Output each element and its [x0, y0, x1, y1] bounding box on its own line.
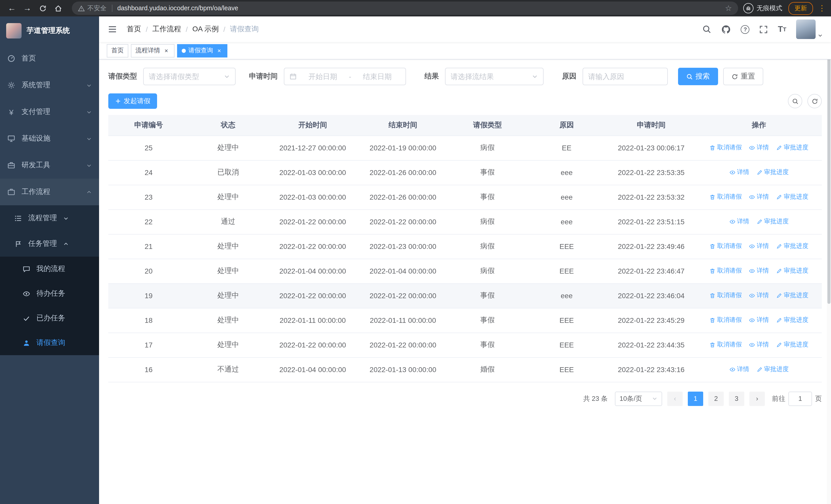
- tab-home[interactable]: 首页: [107, 44, 128, 57]
- sidebar-item-home[interactable]: 首页: [0, 45, 99, 72]
- start-date-input[interactable]: [300, 72, 346, 81]
- prev-page-button[interactable]: ‹: [667, 391, 683, 406]
- detail-link[interactable]: 详情: [749, 267, 769, 275]
- approval-progress-link[interactable]: 审批进度: [776, 316, 808, 325]
- browser-reload-button[interactable]: [36, 2, 49, 15]
- browser-home-button[interactable]: [51, 2, 65, 15]
- breadcrumb-home[interactable]: 首页: [127, 25, 141, 34]
- close-icon[interactable]: ×: [216, 47, 223, 54]
- sidebar-item-label: 支付管理: [22, 107, 80, 117]
- sidebar-item-label: 我的流程: [36, 264, 65, 273]
- approval-progress-link[interactable]: 审批进度: [776, 291, 808, 300]
- next-page-button[interactable]: ›: [749, 391, 765, 406]
- browser-menu-button[interactable]: ⋮: [818, 4, 826, 13]
- security-indicator[interactable]: 不安全: [78, 4, 107, 12]
- approval-progress-link[interactable]: 审批进度: [776, 242, 808, 251]
- sidebar-item-infra[interactable]: 基础设施: [0, 125, 99, 152]
- cancel-leave-link[interactable]: 取消请假: [710, 316, 742, 325]
- sidebar-item-system[interactable]: 系统管理: [0, 72, 99, 98]
- approval-progress-link[interactable]: 审批进度: [776, 267, 808, 275]
- sidebar-item-workflow[interactable]: 工作流程: [0, 179, 99, 205]
- search-button[interactable]: 搜索: [678, 68, 718, 85]
- help-icon[interactable]: ?: [741, 25, 750, 34]
- page-button-3[interactable]: 3: [729, 391, 744, 406]
- approval-progress-link[interactable]: 审批进度: [776, 144, 808, 152]
- reset-button[interactable]: 重置: [723, 68, 763, 85]
- approval-progress-link[interactable]: 审批进度: [756, 168, 789, 177]
- sidebar-item-leave-query[interactable]: 请假查询: [0, 330, 99, 355]
- result-input[interactable]: [451, 72, 529, 81]
- leave-type-select[interactable]: [143, 68, 236, 85]
- scrollbar-thumb[interactable]: [827, 17, 830, 304]
- detail-link[interactable]: 详情: [729, 365, 749, 374]
- user-menu[interactable]: [796, 20, 823, 39]
- chevron-down-icon: [86, 136, 92, 141]
- sidebar-item-task-mgmt[interactable]: 任务管理: [0, 231, 99, 257]
- cell-leave-type: 事假: [448, 308, 527, 333]
- detail-link[interactable]: 详情: [729, 217, 749, 226]
- browser-forward-button[interactable]: →: [21, 2, 34, 15]
- page-button-2[interactable]: 2: [708, 391, 724, 406]
- leave-type-input[interactable]: [149, 72, 221, 81]
- browser-back-button[interactable]: ←: [5, 2, 19, 15]
- cell-end-time: 2022-01-19 00:00:00: [358, 136, 448, 160]
- approval-progress-link[interactable]: 审批进度: [776, 193, 808, 202]
- sidebar-item-done-tasks[interactable]: 已办任务: [0, 306, 99, 330]
- breadcrumb-workflow[interactable]: 工作流程: [152, 25, 181, 34]
- bookmark-star-icon[interactable]: ☆: [725, 4, 732, 13]
- cancel-leave-link[interactable]: 取消请假: [710, 267, 742, 275]
- cancel-leave-link[interactable]: 取消请假: [710, 144, 742, 152]
- pen-icon: [756, 219, 763, 225]
- url-text[interactable]: dashboard.yudao.iocoder.cn/bpm/oa/leave: [117, 5, 725, 12]
- eye-icon: [749, 317, 755, 323]
- detail-link[interactable]: 详情: [749, 193, 769, 202]
- cell-end-time: 2022-01-11 00:00:00: [358, 308, 448, 333]
- create-leave-button[interactable]: 发起请假: [108, 93, 157, 109]
- approval-progress-link[interactable]: 审批进度: [756, 217, 789, 226]
- date-range-picker[interactable]: -: [284, 68, 406, 85]
- sidebar-item-devtools[interactable]: 研发工具: [0, 152, 99, 179]
- cell-end-time: 2022-01-22 00:00:00: [358, 283, 448, 308]
- detail-link[interactable]: 详情: [749, 242, 769, 251]
- tab-leave-query[interactable]: 请假查询 ×: [177, 44, 227, 57]
- goto-page-input[interactable]: [789, 391, 812, 406]
- detail-link[interactable]: 详情: [749, 291, 769, 300]
- cancel-leave-link[interactable]: 取消请假: [710, 340, 742, 349]
- search-icon[interactable]: [703, 25, 712, 34]
- cancel-leave-link[interactable]: 取消请假: [710, 193, 742, 202]
- sidebar-item-label: 流程管理: [28, 213, 57, 223]
- detail-link[interactable]: 详情: [729, 168, 749, 177]
- sidebar-item-my-process[interactable]: 我的流程: [0, 257, 99, 281]
- sidebar-item-todo-tasks[interactable]: 待办任务: [0, 281, 99, 306]
- page-button-1[interactable]: 1: [688, 391, 703, 406]
- sidebar-collapse-button[interactable]: [107, 24, 118, 34]
- approval-progress-link[interactable]: 审批进度: [756, 365, 789, 374]
- toggle-search-button[interactable]: [788, 94, 802, 108]
- refresh-table-button[interactable]: [807, 94, 822, 108]
- detail-link[interactable]: 详情: [749, 316, 769, 325]
- pen-icon: [776, 342, 782, 348]
- detail-link[interactable]: 详情: [749, 340, 769, 349]
- tab-process-detail[interactable]: 流程详情 ×: [131, 44, 174, 57]
- close-icon[interactable]: ×: [163, 47, 170, 54]
- reason-field[interactable]: [582, 68, 668, 85]
- cancel-leave-link[interactable]: 取消请假: [710, 291, 742, 300]
- trash-icon: [710, 243, 716, 249]
- address-bar[interactable]: 不安全 dashboard.yudao.iocoder.cn/bpm/oa/le…: [72, 2, 738, 15]
- cancel-leave-link[interactable]: 取消请假: [710, 242, 742, 251]
- approval-progress-link[interactable]: 审批进度: [776, 340, 808, 349]
- font-size-icon[interactable]: TT: [778, 25, 786, 33]
- fullscreen-icon[interactable]: [760, 25, 768, 34]
- browser-update-button[interactable]: 更新: [789, 2, 813, 14]
- page-size-select[interactable]: 10条/页: [615, 391, 662, 406]
- breadcrumb-oa-example[interactable]: OA 示例: [193, 25, 219, 34]
- sidebar-item-process-mgmt[interactable]: 流程管理: [0, 205, 99, 231]
- sidebar-logo[interactable]: 芋道管理系统: [0, 17, 99, 45]
- result-select[interactable]: [445, 68, 544, 85]
- detail-link[interactable]: 详情: [749, 144, 769, 152]
- sidebar-item-payment[interactable]: ¥ 支付管理: [0, 98, 99, 125]
- end-date-input[interactable]: [354, 72, 400, 81]
- github-icon[interactable]: [721, 24, 731, 34]
- reason-input[interactable]: [588, 72, 662, 81]
- eye-icon: [749, 342, 755, 348]
